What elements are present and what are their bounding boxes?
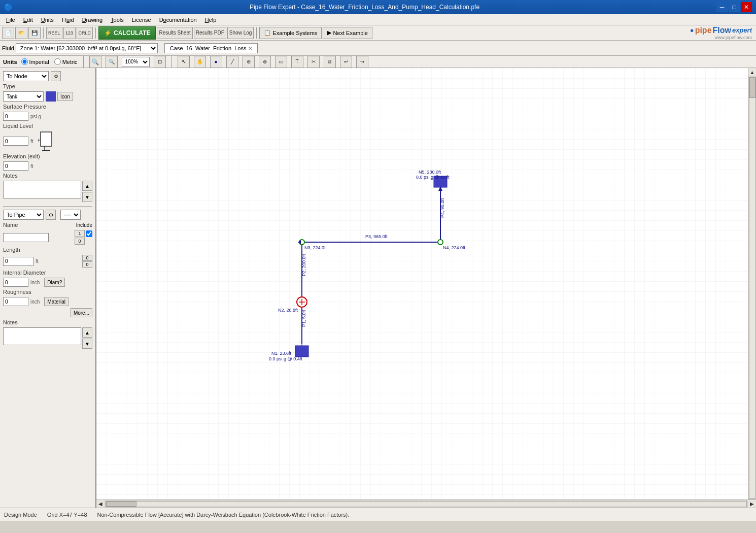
icon-btn[interactable]: Icon [57, 92, 73, 101]
roughness-input[interactable] [3, 297, 28, 306]
open-button[interactable]: 📂 [15, 27, 27, 39]
pipe-style-select[interactable]: ─── [60, 210, 81, 220]
pipe-notes-label-row: Notes [3, 319, 92, 325]
close-button[interactable]: ✕ [741, 2, 752, 12]
to-node-select[interactable]: To Node [3, 71, 49, 81]
menu-license[interactable]: License [128, 16, 155, 24]
tb-reel-btn[interactable]: REEL [46, 27, 62, 39]
sp-unit: psi.g [30, 114, 41, 119]
maximize-button[interactable]: □ [729, 2, 740, 12]
fluid-dropdown[interactable]: Zone 1: Water [62.303000 lb/ft³ at 0.0ps… [16, 43, 158, 53]
menu-documentation[interactable]: Documentation [155, 16, 201, 24]
horizontal-scrollbar[interactable]: ◀ ▶ [96, 499, 756, 508]
calculate-icon: ⚡ [104, 29, 112, 37]
pipe-settings-btn[interactable]: ⚙ [46, 210, 56, 220]
pan-tool[interactable]: ✋ [194, 56, 206, 68]
menu-help[interactable]: Help [201, 16, 221, 24]
liquid-level-input[interactable] [3, 137, 28, 146]
zoom-fit-btn[interactable]: ⊡ [154, 56, 166, 68]
type-value-row: Tank Icon [3, 91, 92, 102]
results-pdf-button[interactable]: Results PDF [194, 27, 226, 39]
separator-units [83, 56, 84, 68]
pipe-section: To Pipe ⚙ ─── Name Include 1 [3, 210, 92, 349]
notes-up-btn[interactable]: ▲ [82, 181, 92, 191]
tab-case16[interactable]: Case_16_Water_Friction_Loss ✕ [164, 43, 258, 53]
more-button[interactable]: More... [71, 308, 92, 317]
valve-tool[interactable]: ⊗ [259, 56, 271, 68]
menu-edit[interactable]: Edit [19, 16, 37, 24]
node-N4[interactable] [438, 240, 443, 245]
text-tool[interactable]: T [291, 56, 303, 68]
zoom-out-btn[interactable]: 🔍 [106, 56, 118, 68]
metric-radio[interactable] [54, 58, 61, 65]
menu-drawing[interactable]: Drawing [78, 16, 107, 24]
select-tool[interactable]: ↖ [178, 56, 190, 68]
pipe-tool[interactable]: ╱ [226, 56, 238, 68]
label-P4: P4, 95.0ft [440, 198, 445, 218]
redo-btn[interactable]: ↪ [356, 56, 368, 68]
node-N1[interactable] [295, 346, 308, 357]
type-row: Type [3, 83, 92, 89]
logo-url: www.pipeflow.com [714, 35, 752, 40]
new-button[interactable]: 📄 [2, 27, 14, 39]
node-type-select[interactable]: Tank [3, 91, 44, 102]
undo-btn[interactable]: ↩ [340, 56, 352, 68]
int-diam-input[interactable] [3, 278, 28, 287]
zoom-dropdown[interactable]: 100% [122, 57, 150, 67]
results-sheet-button[interactable]: Results Sheet [157, 27, 192, 39]
menu-tools[interactable]: Tools [107, 16, 128, 24]
pipe-title-row: To Pipe ⚙ ─── [3, 210, 92, 220]
calculate-button[interactable]: ⚡ CALCULATE [98, 26, 156, 40]
vertical-scrollbar[interactable]: ▲ ▼ [748, 68, 756, 508]
scroll-track-v[interactable] [749, 77, 756, 498]
node-settings-btn[interactable]: ⚙ [51, 71, 61, 81]
window-controls: ─ □ ✕ [716, 2, 752, 12]
menu-units[interactable]: Units [37, 16, 58, 24]
metric-radio-label[interactable]: Metric [54, 58, 78, 65]
pipe-name-input[interactable] [3, 233, 49, 242]
scroll-thumb-h[interactable] [106, 502, 136, 507]
scroll-left-btn[interactable]: ◀ [96, 500, 105, 508]
copy-tool[interactable]: ⧉ [324, 56, 336, 68]
length-input[interactable] [3, 257, 33, 266]
tab-close-icon[interactable]: ✕ [248, 46, 252, 51]
next-example-button[interactable]: ▶ Next Example [323, 27, 372, 39]
imperial-radio[interactable] [21, 58, 28, 65]
node-tool[interactable]: ● [210, 56, 222, 68]
units-radio-group: Imperial Metric [21, 58, 78, 65]
surface-pressure-input[interactable] [3, 112, 28, 121]
zoom-in-btn[interactable]: 🔍 [89, 56, 101, 68]
scroll-up-btn[interactable]: ▲ [748, 68, 757, 76]
canvas-svg: P1, 5.0ft P2, 200.0ft P3, 965.0ft P4, 95… [96, 68, 756, 508]
include-label: Include [76, 222, 92, 228]
canvas-area[interactable]: P1, 5.0ft P2, 200.0ft P3, 965.0ft P4, 95… [96, 68, 756, 508]
show-log-button[interactable]: Show Log [227, 27, 254, 39]
tank-tool[interactable]: ▭ [275, 56, 287, 68]
imperial-radio-label[interactable]: Imperial [21, 58, 49, 65]
minimize-button[interactable]: ─ [716, 2, 728, 12]
menu-fluid[interactable]: Fluid [58, 16, 78, 24]
scroll-track-h[interactable] [106, 501, 747, 507]
scroll-thumb-v[interactable] [749, 78, 755, 98]
pump-tool[interactable]: ⊕ [243, 56, 255, 68]
pipe-notes-up-btn[interactable]: ▲ [82, 327, 92, 338]
pipe-notes-down-btn[interactable]: ▼ [82, 339, 92, 349]
delete-tool[interactable]: ✂ [307, 56, 320, 68]
tb-123-btn[interactable]: 123 [63, 27, 76, 39]
to-pipe-select[interactable]: To Pipe [3, 210, 44, 220]
material-btn[interactable]: Material [44, 297, 68, 306]
length-unit: ft [36, 258, 39, 264]
menu-file[interactable]: File [2, 16, 19, 24]
notes-down-btn[interactable]: ▼ [82, 192, 92, 202]
pipe-v3: 0 [82, 261, 92, 268]
scroll-right-btn[interactable]: ▶ [748, 500, 756, 508]
notes-textarea-pipe[interactable] [3, 327, 81, 345]
save-button[interactable]: 💾 [28, 27, 41, 39]
example-systems-button[interactable]: 📋 Example Systems [259, 27, 322, 39]
label-N4: N4, 224.0ft [443, 245, 466, 250]
include-checkbox[interactable] [86, 230, 92, 237]
notes-textarea-node[interactable] [3, 181, 81, 198]
elevation-input[interactable] [3, 161, 28, 171]
diam-btn[interactable]: Diam? [44, 278, 65, 287]
tb-crlc-btn[interactable]: CRLC [77, 27, 93, 39]
